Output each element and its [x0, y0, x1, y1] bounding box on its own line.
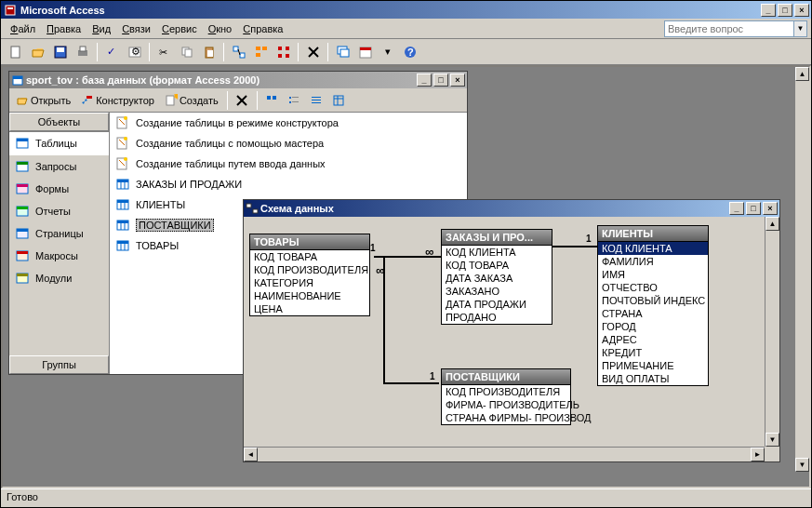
table-field[interactable]: ГОРОД [598, 320, 708, 333]
svg-rect-40 [267, 96, 271, 100]
save-icon[interactable] [49, 42, 71, 62]
object-модули[interactable]: Модули [9, 267, 109, 289]
db-new-button[interactable]: ✹Создать [160, 91, 223, 110]
table-tovary[interactable]: ТОВАРЫ КОД ТОВАРАКОД ПРОИЗВОДИТЕЛЯКАТЕГО… [249, 234, 370, 316]
view-details-icon[interactable] [328, 90, 350, 111]
list-item[interactable]: Создание таблицы путем ввода данных [110, 154, 467, 174]
table-field[interactable]: ПРОДАНО [442, 311, 552, 324]
schema-icon [246, 202, 259, 215]
objects-header[interactable]: Объекты [9, 113, 109, 131]
minimize-button[interactable]: _ [761, 4, 776, 17]
relations-icon[interactable] [228, 42, 249, 62]
table-field[interactable]: ДАТА ПРОДАЖИ [442, 298, 552, 311]
table-postavshiki[interactable]: ПОСТАВЩИКИ КОД ПРОИЗВОДИТЕЛЯФИРМА- ПРОИЗ… [441, 368, 571, 425]
list-item[interactable]: Создание таблицы с помощью мастера [110, 133, 467, 154]
menu-help[interactable]: Справка [237, 21, 288, 36]
mdi-scrollbar-v[interactable]: ▲▼ [794, 67, 809, 472]
object-страницы[interactable]: Страницы [9, 222, 109, 245]
schema-titlebar[interactable]: Схема данных _ □ × [244, 200, 779, 217]
db-maximize-button[interactable]: □ [433, 74, 448, 87]
show-all-icon[interactable] [273, 42, 294, 62]
table-field[interactable]: ИМЯ [598, 268, 708, 281]
table-field[interactable]: ФАМИЛИЯ [598, 255, 708, 268]
open-icon[interactable] [27, 42, 48, 62]
table-field[interactable]: КОД КЛИЕНТА [598, 242, 708, 255]
list-item[interactable]: ЗАКАЗЫ И ПРОДАЖИ [110, 174, 467, 194]
object-отчеты[interactable]: Отчеты [9, 200, 109, 222]
menu-file[interactable]: Файл [5, 21, 41, 36]
db-open-button[interactable]: Открыть [11, 91, 75, 110]
schema-close-button[interactable]: × [763, 202, 778, 215]
svg-rect-47 [312, 100, 321, 100]
menu-window[interactable]: Окно [203, 21, 238, 36]
table-field[interactable]: КАТЕГОРИЯ [250, 276, 369, 289]
menu-view[interactable]: Вид [87, 21, 116, 36]
table-field[interactable]: АДРЕС [598, 333, 708, 346]
object-icon [15, 159, 30, 174]
print-icon[interactable] [72, 42, 93, 62]
db-close-button[interactable]: × [450, 74, 465, 87]
schema-canvas[interactable]: 1 ∞ ∞ 1 ∞ 1 ТОВАРЫ КОД ТОВАРАКОД ПРОИЗВО… [244, 217, 779, 461]
view-large-icon[interactable] [261, 90, 283, 111]
table-field[interactable]: КОД ПРОИЗВОДИТЕЛЯ [250, 263, 369, 276]
table-field[interactable]: ВИД ОПЛАТЫ [598, 372, 708, 385]
delete-icon[interactable] [302, 42, 324, 62]
table-field[interactable]: НАИМЕНОВАНИЕ [250, 289, 369, 302]
svg-rect-77 [117, 200, 128, 203]
table-field[interactable]: ПРИМЕЧАНИЕ [598, 359, 708, 372]
table-field[interactable]: ОТЧЕСТВО [598, 281, 708, 294]
table-field[interactable]: КОД ТОВАРА [442, 259, 552, 272]
db-minimize-button[interactable]: _ [417, 74, 432, 87]
menu-edit[interactable]: Правка [41, 21, 87, 36]
svg-rect-18 [256, 47, 260, 50]
table-field[interactable]: ПОЧТОВЫЙ ИНДЕКС [598, 294, 708, 307]
groups-header[interactable]: Группы [9, 355, 109, 374]
object-запросы[interactable]: Запросы [9, 155, 109, 178]
table-field[interactable]: ФИРМА- ПРОИЗВОДИТЕЛЬ [442, 398, 570, 411]
object-формы[interactable]: Формы [9, 178, 109, 200]
list-item[interactable]: Создание таблицы в режиме конструктора [110, 113, 467, 133]
db-delete-icon[interactable] [232, 90, 253, 111]
table-zakazy[interactable]: ЗАКАЗЫ И ПРО... КОД КЛИЕНТАКОД ТОВАРАДАТ… [441, 229, 552, 325]
menu-relations[interactable]: Связи [116, 21, 156, 36]
table-field[interactable]: КОД КЛИЕНТА [442, 246, 552, 259]
calendar-icon[interactable] [354, 42, 376, 62]
object-таблицы[interactable]: Таблицы [9, 131, 109, 155]
db-design-button[interactable]: Конструктор [76, 91, 159, 110]
code-icon[interactable]: ⚙ [124, 42, 145, 62]
view-list-icon[interactable] [306, 90, 327, 111]
menu-tools[interactable]: Сервис [156, 21, 203, 36]
table-field[interactable]: ЦЕНА [250, 302, 369, 315]
db-titlebar[interactable]: sport_tov : база данных (формат Access 2… [9, 72, 467, 88]
table-field[interactable]: КОД ТОВАРА [250, 250, 369, 263]
table-field[interactable]: ЗАКАЗАНО [442, 285, 552, 298]
close-button[interactable]: × [794, 4, 809, 17]
schema-maximize-button[interactable]: □ [746, 202, 761, 215]
copy-icon[interactable] [176, 42, 197, 62]
schema-scrollbar-v[interactable]: ▲▼ [765, 217, 779, 447]
window-icon[interactable] [332, 42, 353, 62]
help-icon[interactable]: ? [399, 42, 420, 62]
dropdown-icon[interactable]: ▾ [377, 42, 398, 62]
paste-icon[interactable] [198, 42, 220, 62]
show-table-icon[interactable] [250, 42, 272, 62]
help-dropdown[interactable]: ▼ [794, 20, 807, 37]
maximize-button[interactable]: □ [778, 4, 792, 17]
schema-scrollbar-h[interactable]: ◄► [244, 447, 765, 461]
table-field[interactable]: КОД ПРОИЗВОДИТЕЛЯ [442, 385, 570, 398]
table-field[interactable]: ДАТА ЗАКАЗА [442, 272, 552, 285]
menubar: Файл Правка Вид Связи Сервис Окно Справк… [1, 19, 811, 39]
app-titlebar[interactable]: Microsoft Access _ □ × [1, 1, 811, 19]
spellcheck-icon[interactable]: ✓ [101, 42, 123, 62]
help-search-input[interactable] [664, 20, 794, 37]
table-field[interactable]: КРЕДИТ [598, 346, 708, 359]
table-icon [115, 218, 130, 233]
table-field[interactable]: СТРАНА [598, 307, 708, 320]
cut-icon[interactable]: ✂ [153, 42, 175, 62]
schema-minimize-button[interactable]: _ [729, 202, 744, 215]
table-klienty[interactable]: КЛИЕНТЫ КОД КЛИЕНТАФАМИЛИЯИМЯОТЧЕСТВОПОЧ… [597, 225, 709, 386]
table-field[interactable]: СТРАНА ФИРМЫ- ПРОИЗВОД [442, 411, 570, 424]
view-small-icon[interactable] [284, 90, 305, 111]
new-icon[interactable] [5, 42, 26, 62]
object-макросы[interactable]: Макросы [9, 245, 109, 267]
